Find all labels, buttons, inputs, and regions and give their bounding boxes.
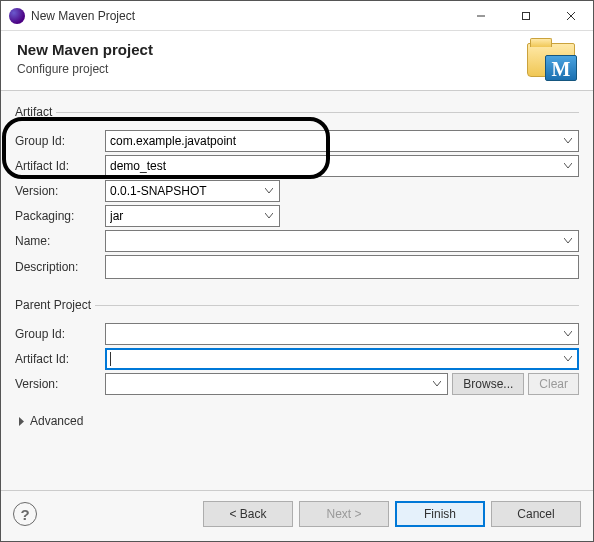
triangle-right-icon [17, 417, 26, 426]
parent-artifact-id-input[interactable] [105, 348, 579, 370]
parent-group-id-input[interactable] [105, 323, 579, 345]
button-bar: ? < Back Next > Finish Cancel [1, 490, 593, 541]
help-icon[interactable]: ? [13, 502, 37, 526]
page-title: New Maven project [17, 41, 577, 58]
parent-legend: Parent Project [15, 298, 95, 312]
chevron-down-icon [429, 376, 445, 392]
page-subtitle: Configure project [17, 62, 577, 76]
eclipse-icon [9, 8, 25, 24]
artifact-group: Artifact Group Id: com.example.javatpoin… [15, 105, 579, 288]
group-id-label: Group Id: [15, 134, 105, 148]
maven-banner-icon: M [527, 39, 579, 79]
next-button: Next > [299, 501, 389, 527]
advanced-toggle[interactable]: Advanced [17, 414, 579, 428]
parent-artifact-id-label: Artifact Id: [15, 352, 105, 366]
artifact-legend: Artifact [15, 105, 56, 119]
artifact-id-input[interactable]: demo_test [105, 155, 579, 177]
description-label: Description: [15, 260, 105, 274]
window-controls [458, 1, 593, 30]
svg-rect-1 [522, 12, 529, 19]
chevron-down-icon [560, 158, 576, 174]
finish-button[interactable]: Finish [395, 501, 485, 527]
group-id-input[interactable]: com.example.javatpoint [105, 130, 579, 152]
parent-version-label: Version: [15, 377, 105, 391]
maximize-button[interactable] [503, 1, 548, 30]
chevron-down-icon [560, 233, 576, 249]
advanced-label: Advanced [30, 414, 83, 428]
chevron-down-icon [261, 183, 277, 199]
minimize-button[interactable] [458, 1, 503, 30]
packaging-input[interactable]: jar [105, 205, 280, 227]
parent-group-id-label: Group Id: [15, 327, 105, 341]
cancel-button[interactable]: Cancel [491, 501, 581, 527]
version-input[interactable]: 0.0.1-SNAPSHOT [105, 180, 280, 202]
clear-button[interactable]: Clear [528, 373, 579, 395]
close-button[interactable] [548, 1, 593, 30]
chevron-down-icon [261, 208, 277, 224]
description-input[interactable] [105, 255, 579, 279]
name-label: Name: [15, 234, 105, 248]
chevron-down-icon [560, 326, 576, 342]
name-input[interactable] [105, 230, 579, 252]
packaging-label: Packaging: [15, 209, 105, 223]
back-button[interactable]: < Back [203, 501, 293, 527]
parent-group: Parent Project Group Id: Artifact Id: [15, 298, 579, 404]
artifact-id-label: Artifact Id: [15, 159, 105, 173]
window-title: New Maven Project [31, 9, 458, 23]
browse-button[interactable]: Browse... [452, 373, 524, 395]
version-label: Version: [15, 184, 105, 198]
titlebar: New Maven Project [1, 1, 593, 31]
wizard-header: New Maven project Configure project M [1, 31, 593, 91]
dialog-window: New Maven Project New Maven project Conf… [0, 0, 594, 542]
chevron-down-icon [560, 351, 576, 367]
parent-version-input[interactable] [105, 373, 448, 395]
content-area: Artifact Group Id: com.example.javatpoin… [1, 91, 593, 490]
chevron-down-icon [560, 133, 576, 149]
